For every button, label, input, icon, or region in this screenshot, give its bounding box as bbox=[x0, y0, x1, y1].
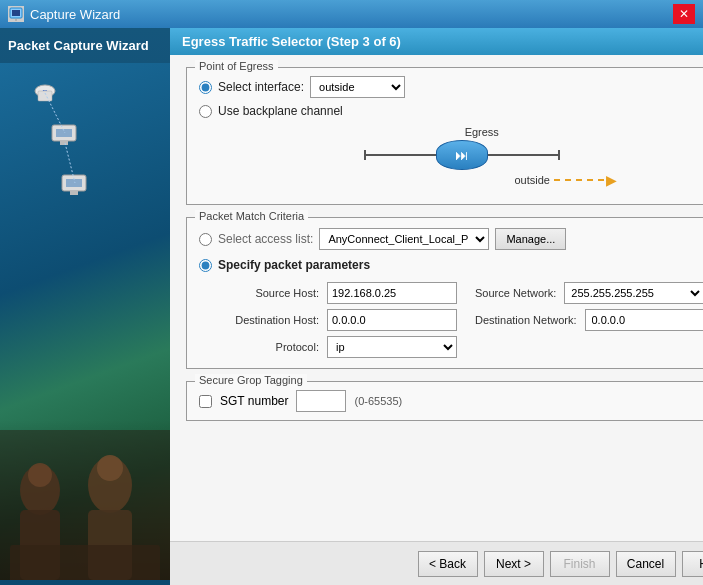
dest-host-row: Destination Host: Destination Network: 0… bbox=[219, 309, 703, 331]
packet-match-section: Packet Match Criteria Select access list… bbox=[186, 217, 703, 369]
sgt-checkbox[interactable] bbox=[199, 395, 212, 408]
sgt-row: SGT number (0-65535) bbox=[199, 390, 703, 412]
outside-label: outside bbox=[515, 174, 550, 186]
source-network-dropdown[interactable]: 255.255.255.255 bbox=[564, 282, 703, 304]
access-list-label: Select access list: bbox=[218, 232, 313, 246]
main-container: Packet Capture Wizard P bbox=[0, 28, 703, 585]
network-node-2 bbox=[50, 123, 78, 150]
svg-rect-8 bbox=[60, 141, 68, 145]
window-title: Capture Wizard bbox=[30, 7, 120, 22]
right-hline bbox=[488, 154, 558, 156]
access-list-radio[interactable] bbox=[199, 233, 212, 246]
manage-button[interactable]: Manage... bbox=[495, 228, 566, 250]
left-hline bbox=[366, 154, 436, 156]
select-interface-radio[interactable] bbox=[199, 81, 212, 94]
svg-point-19 bbox=[97, 455, 123, 481]
sgt-range-label: (0-65535) bbox=[354, 395, 402, 407]
backplane-radio[interactable] bbox=[199, 105, 212, 118]
next-button[interactable]: Next > bbox=[484, 551, 544, 577]
people-silhouettes bbox=[0, 430, 170, 580]
right-tick bbox=[558, 150, 560, 160]
sgt-section-title: Secure Grop Tagging bbox=[195, 374, 307, 386]
point-of-egress-section: Point of Egress Select interface: outsid… bbox=[186, 67, 703, 205]
title-bar: Capture Wizard ✕ bbox=[0, 0, 703, 28]
source-host-label: Source Host: bbox=[219, 287, 319, 299]
sgt-section: Secure Grop Tagging SGT number (0-65535) bbox=[186, 381, 703, 421]
app-icon bbox=[8, 6, 24, 22]
params-area: Source Host: Source Network: 255.255.255… bbox=[219, 282, 703, 358]
specify-params-row: Specify packet parameters bbox=[199, 258, 703, 272]
dest-network-dropdown[interactable]: 0.0.0.0 bbox=[585, 309, 704, 331]
egress-diagram-wrapper: Egress ⏭ bbox=[199, 126, 703, 188]
packet-match-title: Packet Match Criteria bbox=[195, 210, 308, 222]
interface-dropdown[interactable]: outside inside management bbox=[310, 76, 405, 98]
protocol-row: Protocol: ip tcp udp icmp bbox=[219, 336, 703, 358]
egress-top-label: Egress bbox=[199, 126, 703, 138]
svg-rect-7 bbox=[56, 129, 72, 137]
network-node-3 bbox=[60, 173, 88, 200]
backplane-row: Use backplane channel bbox=[199, 104, 703, 118]
network-node-1: P bbox=[30, 83, 60, 116]
specify-label: Specify packet parameters bbox=[218, 258, 370, 272]
sgt-label: SGT number bbox=[220, 394, 288, 408]
backplane-label: Use backplane channel bbox=[218, 104, 343, 118]
back-button[interactable]: < Back bbox=[418, 551, 478, 577]
step-header: Egress Traffic Selector (Step 3 of 6) bbox=[170, 28, 703, 55]
tick-mark-right bbox=[558, 150, 560, 160]
select-interface-label: Select interface: bbox=[218, 80, 304, 94]
cancel-button[interactable]: Cancel bbox=[616, 551, 676, 577]
source-host-row: Source Host: Source Network: 255.255.255… bbox=[219, 282, 703, 304]
source-network-label: Source Network: bbox=[475, 287, 556, 299]
help-button[interactable]: Help bbox=[682, 551, 704, 577]
select-interface-row: Select interface: outside inside managem… bbox=[199, 76, 703, 98]
finish-button[interactable]: Finish bbox=[550, 551, 610, 577]
egress-section-title: Point of Egress bbox=[195, 60, 278, 72]
play-icon: ⏭ bbox=[455, 147, 469, 163]
svg-point-16 bbox=[28, 463, 52, 487]
dest-host-label: Destination Host: bbox=[219, 314, 319, 326]
egress-diagram-row: ⏭ bbox=[199, 140, 703, 170]
footer: < Back Next > Finish Cancel Help bbox=[170, 541, 703, 585]
device-cylinder: ⏭ bbox=[436, 140, 488, 170]
protocol-dropdown[interactable]: ip tcp udp icmp bbox=[327, 336, 457, 358]
protocol-label: Protocol: bbox=[219, 341, 319, 353]
close-button[interactable]: ✕ bbox=[673, 4, 695, 24]
svg-rect-11 bbox=[70, 191, 78, 195]
arrow-head-icon: ▶ bbox=[606, 172, 617, 188]
svg-rect-1 bbox=[12, 10, 20, 16]
access-list-row: Select access list: AnyConnect_Client_Lo… bbox=[199, 228, 703, 250]
svg-rect-21 bbox=[10, 545, 160, 580]
access-list-dropdown[interactable]: AnyConnect_Client_Local_Print bbox=[319, 228, 489, 250]
outside-row: outside ▶ bbox=[199, 172, 703, 188]
sidebar-title: Packet Capture Wizard bbox=[0, 28, 170, 63]
dest-network-label: Destination Network: bbox=[475, 314, 577, 326]
specify-radio[interactable] bbox=[199, 259, 212, 272]
dashed-line bbox=[554, 179, 604, 181]
svg-point-2 bbox=[15, 19, 17, 21]
svg-rect-10 bbox=[66, 179, 82, 187]
svg-rect-5 bbox=[38, 91, 52, 101]
title-bar-left: Capture Wizard bbox=[8, 6, 120, 22]
wizard-content: Point of Egress Select interface: outsid… bbox=[170, 55, 703, 541]
content-area: Egress Traffic Selector (Step 3 of 6) Po… bbox=[170, 28, 703, 585]
dest-host-input[interactable] bbox=[327, 309, 457, 331]
sidebar: Packet Capture Wizard P bbox=[0, 28, 170, 585]
sidebar-image: P bbox=[0, 63, 170, 580]
sgt-number-input[interactable] bbox=[296, 390, 346, 412]
source-host-input[interactable] bbox=[327, 282, 457, 304]
